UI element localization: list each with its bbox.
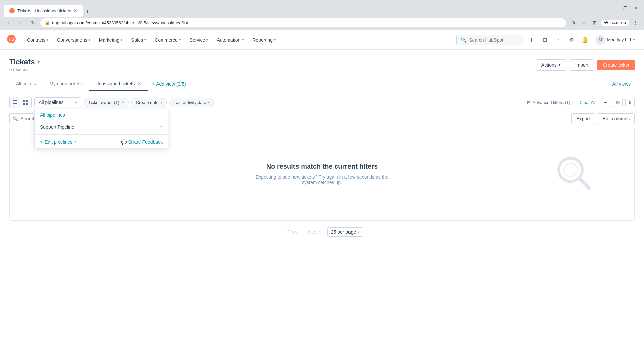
svg-rect-6 bbox=[26, 100, 28, 102]
svg-rect-7 bbox=[23, 103, 25, 105]
page-title-area: Tickets ▾ 0 records bbox=[9, 58, 40, 72]
nav-item-contacts[interactable]: Contacts ▾ bbox=[23, 35, 52, 45]
settings-btn[interactable]: ⚙ bbox=[566, 35, 577, 45]
marketing-chevron: ▾ bbox=[121, 38, 122, 42]
list-view-btn[interactable] bbox=[10, 97, 20, 108]
pipeline-option-support[interactable]: Support Pipeline ↗ bbox=[35, 121, 168, 133]
svg-rect-4 bbox=[13, 103, 17, 104]
conversations-chevron: ▾ bbox=[89, 38, 90, 42]
cast-btn[interactable]: ⊕ bbox=[569, 18, 578, 27]
address-bar[interactable]: 🔒 app.hubspot.com/contacts/45239562/obje… bbox=[40, 18, 566, 27]
browser-chrome: Tickets | Unassigned tickets ✕ + — ❐ ✕ bbox=[0, 0, 644, 17]
share-feedback-link[interactable]: 💬 Share Feedback bbox=[121, 139, 163, 145]
import-button[interactable]: Import bbox=[570, 59, 594, 71]
minimize-btn[interactable]: — bbox=[610, 4, 619, 12]
last-activity-chip[interactable]: Last activity date ▾ bbox=[169, 98, 214, 107]
new-tab-btn[interactable]: + bbox=[83, 7, 92, 17]
user-name: Moodjoy Ltd bbox=[607, 37, 631, 42]
nav-item-marketing[interactable]: Marketing ▾ bbox=[95, 35, 126, 45]
pipeline-label: All pipelines bbox=[39, 100, 64, 105]
svg-line-10 bbox=[579, 179, 589, 188]
help-btn[interactable]: ? bbox=[553, 35, 564, 45]
clear-all-btn[interactable]: Clear All bbox=[577, 98, 598, 107]
download-btn[interactable]: ⬇ bbox=[625, 98, 635, 107]
actions-button[interactable]: Actions ▾ bbox=[536, 59, 566, 71]
tab-my-open-tickets[interactable]: My open tickets bbox=[43, 78, 89, 90]
last-activity-label: Last activity date bbox=[174, 100, 206, 105]
sales-chevron: ▾ bbox=[144, 38, 146, 42]
svg-rect-8 bbox=[26, 103, 28, 105]
notifications-btn[interactable]: 🔔 bbox=[580, 35, 590, 45]
service-chevron: ▾ bbox=[206, 38, 208, 42]
add-view-btn[interactable]: + Add view (3/5) bbox=[148, 79, 190, 89]
global-search-input[interactable] bbox=[469, 37, 519, 43]
filter-bar: All pipelines ▾ All pipelines Support Pi… bbox=[9, 97, 635, 108]
per-page-select[interactable]: 25 per page ▾ bbox=[327, 227, 364, 237]
marketplace-btn[interactable]: ⊞ bbox=[539, 35, 550, 45]
app: HS Contacts ▾ Conversations ▾ Marketing … bbox=[0, 30, 644, 251]
ticket-owner-chip[interactable]: Ticket owner (1) ✕ bbox=[84, 98, 129, 107]
active-tab[interactable]: Tickets | Unassigned tickets ✕ bbox=[4, 5, 83, 17]
address-text: app.hubspot.com/contacts/45239562/object… bbox=[52, 20, 188, 25]
tab-title: Tickets | Unassigned tickets bbox=[17, 8, 71, 13]
ticket-owner-close[interactable]: ✕ bbox=[121, 100, 124, 105]
page-title: Tickets ▾ bbox=[9, 58, 40, 66]
per-page-chevron: ▾ bbox=[358, 230, 360, 234]
search-icon: 🔍 bbox=[461, 37, 466, 43]
automation-chevron: ▾ bbox=[242, 38, 244, 42]
view-tabs: All tickets My open tickets Unassigned t… bbox=[9, 77, 635, 91]
grid-view-btn[interactable] bbox=[20, 97, 31, 108]
title-dropdown-arrow[interactable]: ▾ bbox=[37, 59, 40, 65]
forward-btn[interactable]: › bbox=[16, 18, 25, 27]
tab-unassigned-tickets[interactable]: Unassigned tickets ✕ bbox=[89, 77, 148, 91]
refresh-btn[interactable]: ↻ bbox=[28, 18, 38, 27]
nav-item-reporting[interactable]: Reporting ▾ bbox=[248, 35, 280, 45]
filter-icon: ⊟ bbox=[527, 100, 531, 105]
table-search-icon: 🔍 bbox=[13, 116, 18, 121]
create-ticket-button[interactable]: Create ticket bbox=[597, 60, 635, 70]
advanced-filters-btn[interactable]: ⊟ Advanced filters (1) bbox=[523, 98, 574, 107]
feedback-icon: 💬 bbox=[121, 139, 127, 145]
window-controls: — ❐ ✕ bbox=[610, 4, 640, 12]
incognito-icon: 🕶 bbox=[604, 20, 608, 25]
back-btn[interactable]: ‹ bbox=[4, 18, 13, 27]
edit-columns-button[interactable]: Edit columns bbox=[598, 113, 635, 124]
main-nav: Contacts ▾ Conversations ▾ Marketing ▾ S… bbox=[23, 35, 456, 45]
dropdown-divider bbox=[35, 134, 168, 135]
cursor-indicator: ↗ bbox=[160, 125, 163, 129]
tab-all-tickets[interactable]: All tickets bbox=[9, 78, 43, 90]
user-chevron: ▾ bbox=[633, 38, 635, 42]
next-btn[interactable]: Next › bbox=[304, 227, 324, 237]
edit-pipelines-link[interactable]: ✎ Edit pipelines ↗ bbox=[40, 139, 76, 145]
maximize-btn[interactable]: ❐ bbox=[621, 4, 629, 12]
bookmark-btn[interactable]: ☆ bbox=[579, 18, 589, 27]
nav-item-commerce[interactable]: Commerce ▾ bbox=[151, 35, 184, 45]
prev-btn[interactable]: ‹ Prev bbox=[281, 227, 301, 237]
menu-btn[interactable]: ⋮ bbox=[631, 18, 640, 27]
undo-btn[interactable]: ↩ bbox=[601, 98, 610, 107]
create-date-chip[interactable]: Create date ▾ bbox=[131, 98, 167, 107]
upgrade-btn[interactable]: ⬆ bbox=[526, 35, 537, 45]
nav-item-conversations[interactable]: Conversations ▾ bbox=[53, 35, 94, 45]
export-button[interactable]: Export bbox=[571, 113, 595, 124]
svg-rect-3 bbox=[13, 102, 17, 102]
pipeline-select[interactable]: All pipelines ▾ bbox=[34, 97, 81, 107]
tab-close-btn[interactable]: ✕ bbox=[137, 81, 142, 87]
tab-close-btn[interactable]: ✕ bbox=[74, 8, 77, 13]
global-search-box[interactable]: 🔍 bbox=[456, 35, 523, 45]
svg-text:HS: HS bbox=[9, 37, 14, 42]
nav-item-automation[interactable]: Automation ▾ bbox=[213, 35, 248, 45]
nav-item-sales[interactable]: Sales ▾ bbox=[127, 35, 150, 45]
pagination: ‹ Prev Next › 25 per page ▾ bbox=[9, 221, 635, 243]
pipeline-option-all[interactable]: All pipelines bbox=[35, 109, 168, 121]
user-avatar: M bbox=[596, 35, 605, 45]
user-account[interactable]: M Moodjoy Ltd ▾ bbox=[593, 34, 637, 46]
all-views-btn[interactable]: All views bbox=[608, 79, 635, 89]
extension-btn[interactable]: ⊞ bbox=[590, 18, 599, 27]
hubspot-logo[interactable]: HS bbox=[7, 34, 16, 46]
header-actions: Actions ▾ Import Create ticket bbox=[536, 59, 635, 71]
copy-btn[interactable]: ⎘ bbox=[613, 98, 623, 107]
nav-item-service[interactable]: Service ▾ bbox=[185, 35, 212, 45]
close-btn[interactable]: ✕ bbox=[632, 4, 640, 12]
incognito-label: Incognito bbox=[609, 20, 626, 25]
